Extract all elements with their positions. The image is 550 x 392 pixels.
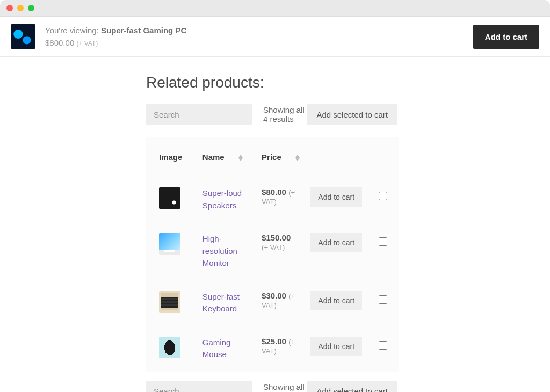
product-thumbnail bbox=[159, 187, 180, 209]
row-select-checkbox[interactable] bbox=[379, 237, 387, 246]
results-count-label: Showing all 4 results bbox=[252, 105, 307, 124]
section-title: Related products: bbox=[146, 74, 397, 91]
sort-icon[interactable] bbox=[238, 155, 243, 161]
product-price: $800.00 (+ VAT) bbox=[45, 37, 464, 48]
table-row: Super-loud Speakers $80.00 (+ VAT) Add t… bbox=[146, 177, 399, 222]
col-header-name[interactable]: Name bbox=[197, 137, 256, 177]
add-selected-button[interactable]: Add selected to cart bbox=[307, 104, 397, 125]
add-to-cart-button[interactable]: Add to cart bbox=[473, 25, 539, 49]
row-add-to-cart-button[interactable]: Add to cart bbox=[310, 233, 362, 252]
sort-icon[interactable] bbox=[295, 155, 300, 161]
price-amount: 800.00 bbox=[49, 38, 74, 47]
svg-marker-1 bbox=[238, 158, 243, 161]
col-header-price[interactable]: Price bbox=[256, 137, 305, 177]
results-count-label: Showing all 4 results bbox=[252, 382, 307, 393]
col-header-image: Image bbox=[146, 137, 197, 177]
window-titlebar bbox=[0, 0, 550, 17]
product-link[interactable]: Super-loud Speakers bbox=[202, 188, 242, 210]
table-row: High-resolution Monitor $150.00 (+ VAT) … bbox=[146, 222, 399, 280]
table-controls-bottom: Showing all 4 results Add selected to ca… bbox=[146, 381, 397, 393]
row-select-checkbox[interactable] bbox=[379, 192, 387, 200]
row-select-checkbox[interactable] bbox=[379, 341, 387, 350]
product-price: $25.00 (+ VAT) bbox=[256, 326, 305, 372]
product-link[interactable]: Super-fast Keyboard bbox=[202, 292, 240, 314]
col-header-select bbox=[371, 137, 399, 177]
window-minimize-icon[interactable] bbox=[17, 5, 24, 11]
product-link[interactable]: High-resolution Monitor bbox=[202, 234, 237, 267]
add-selected-button[interactable]: Add selected to cart bbox=[307, 381, 397, 393]
window-close-icon[interactable] bbox=[6, 5, 13, 11]
product-thumbnail bbox=[159, 337, 180, 358]
viewing-product-name: Super-fast Gaming PC bbox=[101, 26, 186, 35]
product-price: $30.00 (+ VAT) bbox=[256, 280, 305, 326]
table-row: Gaming Mouse $25.00 (+ VAT) Add to cart bbox=[146, 326, 399, 372]
product-thumbnail bbox=[159, 291, 180, 313]
product-summary: You're viewing: Super-fast Gaming PC $80… bbox=[45, 25, 464, 48]
row-add-to-cart-button[interactable]: Add to cart bbox=[310, 187, 362, 207]
row-add-to-cart-button[interactable]: Add to cart bbox=[310, 337, 362, 356]
related-products-section: Related products: Showing all 4 results … bbox=[0, 57, 397, 392]
product-thumbnail bbox=[159, 233, 180, 255]
row-select-checkbox[interactable] bbox=[379, 295, 387, 304]
related-products-table: Image Name Price bbox=[146, 137, 399, 372]
svg-marker-3 bbox=[295, 158, 300, 161]
window-zoom-icon[interactable] bbox=[28, 5, 34, 11]
col-header-price-label: Price bbox=[262, 153, 281, 162]
col-header-action bbox=[305, 137, 371, 177]
vat-note: (+ VAT) bbox=[76, 40, 98, 47]
table-row: Super-fast Keyboard $30.00 (+ VAT) Add t… bbox=[146, 280, 399, 326]
search-input[interactable] bbox=[146, 104, 252, 125]
sticky-product-bar: You're viewing: Super-fast Gaming PC $80… bbox=[0, 17, 550, 57]
product-thumbnail bbox=[11, 24, 35, 49]
product-price: $150.00 (+ VAT) bbox=[256, 222, 305, 280]
product-link[interactable]: Gaming Mouse bbox=[202, 338, 231, 359]
product-price: $80.00 (+ VAT) bbox=[256, 177, 305, 222]
viewing-prefix: You're viewing: bbox=[45, 26, 101, 35]
viewing-label: You're viewing: Super-fast Gaming PC bbox=[45, 25, 464, 36]
col-header-name-label: Name bbox=[202, 153, 225, 162]
vat-note: (+ VAT) bbox=[262, 243, 285, 251]
table-controls-top: Showing all 4 results Add selected to ca… bbox=[146, 104, 397, 125]
search-input[interactable] bbox=[146, 381, 252, 393]
table-header-row: Image Name Price bbox=[146, 137, 399, 177]
row-add-to-cart-button[interactable]: Add to cart bbox=[310, 291, 362, 310]
